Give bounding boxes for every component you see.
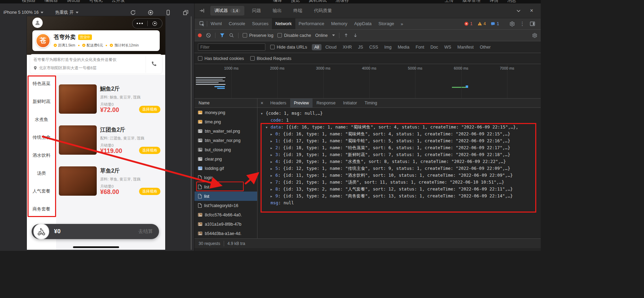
network-request-row[interactable]: btn_waiter_sel.png xyxy=(194,126,257,136)
network-timeline-overview[interactable]: 1000 ms2000 ms3000 ms4000 ms5000 ms6000 … xyxy=(194,64,541,99)
filter-type-cloud[interactable]: Cloud xyxy=(323,44,339,50)
network-request-row[interactable]: login xyxy=(194,173,257,182)
dock-panel-icon[interactable] xyxy=(199,8,205,13)
filter-type-media[interactable]: Media xyxy=(395,44,412,50)
close-detail-icon[interactable]: × xyxy=(257,100,266,106)
more-icon[interactable] xyxy=(133,19,147,28)
menubar-item[interactable]: 清缓存 xyxy=(336,0,349,3)
profile-avatar[interactable] xyxy=(32,18,43,28)
filter-type-font[interactable]: Font xyxy=(413,44,426,50)
menubar-item[interactable]: 模拟器 xyxy=(22,0,35,3)
panel-tab[interactable]: 终端 xyxy=(289,6,306,16)
network-request-row[interactable]: time.png xyxy=(194,117,257,126)
network-request-row[interactable]: 8cfcc576-4b66-4a0. xyxy=(194,210,257,219)
choose-spec-button[interactable]: 选择规格 xyxy=(139,106,160,113)
category-item[interactable]: 传统主食 xyxy=(27,129,56,146)
menubar-item[interactable]: 消息 xyxy=(507,0,516,3)
device-icon[interactable] xyxy=(165,10,171,16)
panel-tab[interactable]: 代码质量 xyxy=(310,6,336,16)
expanded-arrow-icon[interactable]: ▾ xyxy=(261,110,266,117)
detail-tab-timing[interactable]: Timing xyxy=(361,99,381,107)
filter-type-other[interactable]: Other xyxy=(477,44,493,50)
tab-appdata[interactable]: AppData xyxy=(351,18,375,29)
record-icon[interactable] xyxy=(148,10,154,16)
tab-sources[interactable]: Sources xyxy=(249,18,272,29)
menubar-item[interactable]: 编辑器 xyxy=(44,0,58,3)
detail-tab-response[interactable]: Response xyxy=(313,99,339,107)
menubar-item[interactable]: 调试器 xyxy=(67,0,80,3)
network-request-row[interactable]: but_close.png xyxy=(194,145,257,154)
device-selector[interactable]: iPhone 5 100% 16 xyxy=(3,10,43,15)
json-node[interactable]: ▸7: {id: 21, type: 1, name: "汤类", sort: … xyxy=(257,179,541,186)
network-request-row[interactable]: clear.png xyxy=(194,154,257,164)
json-node[interactable]: ▾data: [{id: 16, type: 1, name: "蜀味烤鱼", … xyxy=(257,124,541,131)
detail-tab-initiator[interactable]: Initiator xyxy=(339,99,361,107)
json-node[interactable]: ▸1: {id: 17, type: 1, name: "蜀味牛蛙", sort… xyxy=(257,137,541,144)
hide-data-urls-checkbox[interactable]: Hide data URLs xyxy=(270,45,307,50)
collapsed-arrow-icon[interactable]: ▸ xyxy=(271,145,275,151)
simulator-scrollbar[interactable] xyxy=(191,16,192,250)
export-har-icon[interactable] xyxy=(353,33,358,38)
checkout-button[interactable]: 去结算 xyxy=(138,228,153,235)
hot-reload-toggle[interactable]: 热重载 开 xyxy=(55,10,78,16)
network-settings-gear-icon[interactable] xyxy=(532,33,537,38)
expanded-arrow-icon[interactable]: ▾ xyxy=(266,124,271,131)
collapse-chevron-icon[interactable] xyxy=(516,8,521,13)
json-node[interactable]: ▾{code: 1, msg: null,…} xyxy=(257,110,541,117)
warning-count-badge[interactable]: 4 xyxy=(477,21,486,26)
json-node[interactable]: ▸2: {id: 18, type: 1, name: "特色蒸菜", sort… xyxy=(257,144,541,151)
network-request-row[interactable]: a101a1e9-8f8b-47b xyxy=(194,219,257,229)
menubar-item[interactable]: 编译 xyxy=(273,0,282,3)
windows-icon[interactable] xyxy=(183,10,189,16)
more-tabs-chevron[interactable]: » xyxy=(398,21,406,27)
panel-tab[interactable]: 输出 xyxy=(268,6,286,16)
collapsed-arrow-icon[interactable]: ▸ xyxy=(271,193,275,199)
network-request-row[interactable]: money.png xyxy=(194,108,257,117)
category-item[interactable]: 酒水饮料 xyxy=(27,146,56,164)
tab-console[interactable]: Console xyxy=(225,18,249,29)
close-devtools-icon[interactable]: × xyxy=(530,8,533,13)
network-request-row[interactable]: list xyxy=(194,192,257,201)
search-icon[interactable] xyxy=(229,33,234,38)
json-node[interactable]: ▸9: {id: 15, type: 2, name: "商务套餐", sort… xyxy=(257,193,541,199)
kebab-menu-icon[interactable]: ⋮ xyxy=(520,21,525,27)
choose-spec-button[interactable]: 选择规格 xyxy=(139,147,160,154)
filter-type-xhr[interactable]: XHR xyxy=(340,44,354,50)
detail-tab-preview[interactable]: Preview xyxy=(290,99,313,107)
choose-spec-button[interactable]: 选择规格 xyxy=(139,188,160,195)
menubar-item[interactable]: 可视化 xyxy=(89,0,103,3)
filter-funnel-icon[interactable] xyxy=(220,33,225,38)
collapsed-arrow-icon[interactable]: ▸ xyxy=(271,186,275,193)
category-item[interactable]: 汤类 xyxy=(27,164,56,182)
filter-type-css[interactable]: CSS xyxy=(367,44,381,50)
json-node[interactable]: ▸3: {id: 19, type: 1, name: "新鲜时蔬", sort… xyxy=(257,151,541,158)
network-request-row[interactable]: list?categoryId=16 xyxy=(194,201,257,210)
filter-type-doc[interactable]: Doc xyxy=(428,44,440,50)
network-request-row[interactable]: lodding.gif xyxy=(194,164,257,173)
category-item[interactable]: 新鲜时蔬 xyxy=(27,93,56,111)
panel-tab[interactable]: 问题 xyxy=(248,6,265,16)
menubar-item[interactable]: 版本管理 xyxy=(463,0,481,3)
has-blocked-cookies-checkbox[interactable]: Has blocked cookies xyxy=(198,56,244,61)
filter-type-ws[interactable]: WS xyxy=(442,44,454,50)
cart-scooter-icon[interactable] xyxy=(33,224,49,239)
collapsed-arrow-icon[interactable]: ▸ xyxy=(271,179,275,186)
network-request-row[interactable]: list xyxy=(194,182,257,192)
filter-type-img[interactable]: Img xyxy=(382,44,394,50)
tab-memory[interactable]: Memory xyxy=(328,18,351,29)
message-count-badge[interactable]: 1 xyxy=(490,21,499,26)
collapsed-arrow-icon[interactable]: ▸ xyxy=(271,172,275,179)
settings-gear-icon[interactable] xyxy=(509,21,515,27)
filter-type-manifest[interactable]: Manifest xyxy=(455,44,476,50)
panel-tab[interactable]: 调试器1,4 xyxy=(210,6,244,16)
collapsed-arrow-icon[interactable]: ▸ xyxy=(271,165,275,172)
detail-tab-headers[interactable]: Headers xyxy=(266,99,290,107)
json-node[interactable]: ▸6: {id: 11, type: 1, name: "酒水饮料", sort… xyxy=(257,172,541,179)
refresh-icon[interactable] xyxy=(130,10,136,16)
json-node[interactable]: ▸8: {id: 13, type: 2, name: "人气套餐", sort… xyxy=(257,186,541,193)
record-network-icon[interactable] xyxy=(198,33,202,37)
collapsed-arrow-icon[interactable]: ▸ xyxy=(271,138,275,144)
tab-network[interactable]: Network xyxy=(272,18,295,29)
category-item[interactable]: 水煮鱼 xyxy=(27,111,56,129)
category-item[interactable]: 人气套餐 xyxy=(27,182,56,200)
